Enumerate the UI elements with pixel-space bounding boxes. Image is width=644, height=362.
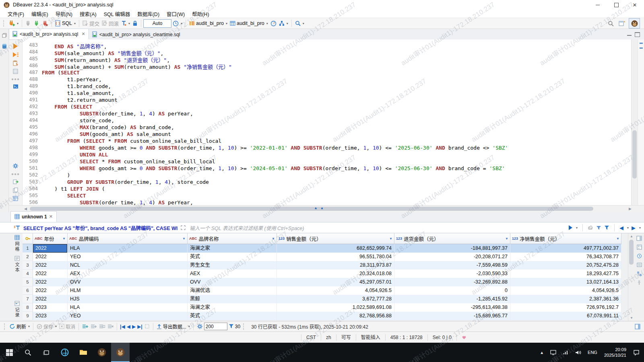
copy-source-icon[interactable] [13, 187, 18, 193]
grid-cell[interactable]: 海澜之家 [188, 303, 277, 312]
row-number[interactable]: 6 [23, 286, 33, 295]
internet-explorer-icon[interactable] [56, 343, 74, 362]
transaction-log-button[interactable]: ▾ [171, 19, 184, 28]
result-grid[interactable]: ABC年份▼ABC品牌编码▼ABC品牌名称▼123销售金额（元）▼123退货金额… [23, 233, 621, 320]
fetch-size-input[interactable] [204, 323, 227, 330]
fetch-segment-button[interactable]: 30 [227, 322, 242, 331]
grid-cell[interactable]: 4,054,926.5 [277, 286, 394, 295]
grid-cell[interactable]: OVV [188, 278, 277, 286]
grid-cell[interactable]: HLM [68, 286, 188, 295]
grid-vertical-scrollbar[interactable]: ▲ ▼ [628, 233, 635, 321]
grid-cell[interactable]: -1,285,415.92 [394, 295, 510, 303]
previous-row-button[interactable]: ◀ [126, 324, 131, 329]
database-navigator-icon[interactable] [2, 43, 7, 49]
column-filter-icon[interactable]: ▼ [389, 237, 392, 241]
column-header[interactable]: ABC年份▼ [33, 233, 68, 244]
grid-cell[interactable]: 2023 [33, 312, 68, 320]
grid-cell[interactable]: 3,672,777.28 [277, 295, 394, 303]
menu-item[interactable]: 帮助(H) [188, 10, 213, 18]
more-options-icon[interactable]: ●●● [11, 172, 20, 176]
column-header[interactable]: ABC品牌编码▼ [68, 233, 188, 244]
language-indicator[interactable]: ENG [585, 343, 600, 362]
editor-vertical-scrollbar[interactable] [631, 39, 638, 205]
save-grid-icon[interactable] [13, 196, 18, 201]
next-row-button[interactable]: ▶ [131, 324, 136, 329]
menu-item[interactable]: 文件(F) [4, 10, 28, 18]
app-icon-dbeaver[interactable] [93, 343, 111, 362]
pin-panel-icon[interactable] [637, 280, 642, 285]
grid-cell[interactable]: 20,752,475.28 [510, 261, 621, 269]
grid-cell[interactable]: HLA [68, 303, 188, 312]
execute-statement-icon[interactable] [13, 43, 18, 49]
scroll-left-arrow-icon[interactable]: ◀ [24, 207, 27, 211]
more-tools-icon[interactable]: ●●● [11, 77, 20, 81]
grid-cell[interactable]: -295,613,498.38 [394, 303, 510, 312]
refresh-button[interactable]: 刷新 ▾ [8, 322, 31, 331]
action-center-icon[interactable] [630, 343, 642, 362]
grid-cell[interactable]: -184,881,997.37 [394, 244, 510, 253]
lock-button[interactable] [131, 19, 139, 28]
value-panel-icon[interactable] [636, 236, 642, 241]
sql-editor-button[interactable]: SQL ▾ [54, 19, 77, 28]
grid-cell[interactable]: 2022 [33, 253, 68, 261]
grid-cell[interactable]: 2022 [33, 261, 68, 269]
grid-cell[interactable]: 男生女生 [188, 261, 277, 269]
app-icon-dbeaver-active[interactable] [111, 343, 130, 362]
grid-cell[interactable]: YEO [68, 253, 188, 261]
open-value-panel-button[interactable] [634, 322, 642, 331]
grid-cell[interactable]: 497,771,002.37 [510, 244, 621, 253]
edit-filter-icon[interactable] [596, 225, 601, 230]
tray-volume-icon[interactable] [572, 343, 584, 362]
tray-display-icon[interactable] [547, 343, 559, 362]
edit-cell-button[interactable] [81, 322, 89, 331]
grid-cell[interactable]: -7,559,498.59 [394, 261, 510, 269]
grid-cell[interactable]: 67,078,991.11 [510, 312, 621, 320]
maximize-view-icon[interactable] [635, 32, 640, 37]
results-tab-unknown1[interactable]: unknown 1 ✕ [10, 211, 57, 222]
grid-cell[interactable]: -2,030,590.33 [394, 269, 510, 278]
row-number[interactable]: 5 [23, 278, 33, 286]
references-panel-icon[interactable] [637, 262, 642, 267]
grid-cell[interactable]: 726,976,192.7 [510, 303, 621, 312]
sql-editor[interactable]: 4834844854864874884894904914924934944954… [23, 39, 631, 205]
explain-plan-icon[interactable] [13, 60, 18, 66]
commit-mode-combo[interactable]: Auto [143, 19, 171, 28]
menu-item[interactable]: 编辑(E) [28, 10, 52, 18]
filter-history-forward-icon[interactable]: ▶ [632, 225, 636, 231]
db-search-button[interactable]: ▾ [294, 19, 305, 28]
sash-collapse-icon[interactable]: ▲ ▲ [314, 206, 324, 210]
grid-cell[interactable]: 20,324,018.08 [277, 269, 394, 278]
column-header[interactable]: 123销售金额（元）▼ [277, 233, 394, 244]
grid-cell[interactable]: YEO [68, 312, 188, 320]
reconnect-button[interactable] [33, 19, 41, 28]
column-filter-icon[interactable]: ▼ [62, 237, 66, 241]
metadata-panel-icon[interactable] [637, 253, 642, 259]
duplicate-row-button[interactable] [98, 322, 106, 331]
grid-corner-key-icon[interactable] [23, 233, 33, 244]
menu-item[interactable]: 窗口(W) [163, 10, 188, 18]
menu-item[interactable]: 搜索(A) [76, 10, 100, 18]
grid-cell[interactable]: 1,022,589,691.08 [277, 303, 394, 312]
grid-cell[interactable]: 海澜之家 [188, 244, 277, 253]
grid-cell[interactable]: HLA [68, 244, 188, 253]
cancel-button[interactable]: 取消 [58, 322, 76, 331]
transaction-mode-button[interactable]: ▾ [120, 19, 131, 28]
result-view-tab-3[interactable]: 记录 [14, 301, 20, 318]
grid-cell[interactable]: 18,293,427.75 [510, 269, 621, 278]
row-number[interactable]: 1 [23, 244, 33, 253]
row-number[interactable]: 2 [23, 253, 33, 261]
grid-cell[interactable]: -20,208,071.27 [394, 253, 510, 261]
grid-layout-icon[interactable] [13, 69, 18, 74]
delete-row-button[interactable] [106, 322, 115, 331]
grid-settings-button[interactable] [196, 322, 204, 331]
column-header[interactable]: ABC品牌名称▼ [188, 233, 277, 244]
code-area[interactable]: END AS "品牌名称", SUM(sale_amount) AS "销售金额… [42, 39, 631, 205]
rollback-button[interactable]: 回滚 [101, 19, 120, 28]
scroll-right-arrow-icon[interactable]: ▶ [629, 207, 632, 211]
grouping-panel-icon[interactable] [637, 271, 642, 276]
minimize-button[interactable] [588, 0, 607, 10]
grid-cell[interactable]: -32,269,892.88 [394, 278, 510, 286]
menu-item[interactable]: 导航(N) [52, 10, 76, 18]
grid-cell[interactable]: -15,689,965.77 [394, 312, 510, 320]
close-button[interactable]: ✕ [625, 0, 644, 10]
